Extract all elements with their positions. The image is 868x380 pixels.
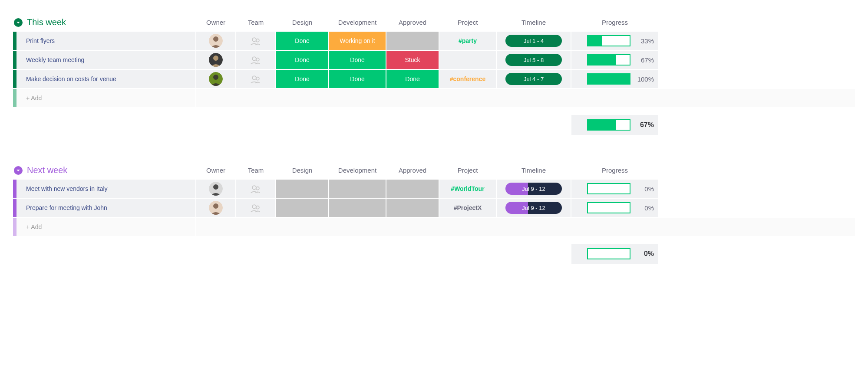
status-approved-done[interactable]: Done [386,70,439,88]
add-item-button[interactable]: + Add [13,89,195,107]
owner-cell[interactable] [196,32,235,50]
team-cell[interactable] [236,51,275,69]
owner-cell[interactable] [196,70,235,88]
task-cell[interactable]: Print flyers [13,32,195,50]
col-development[interactable]: Development [329,19,386,26]
svg-point-1 [213,36,218,42]
timeline-cell[interactable]: Jul 9 - 12 [497,199,571,217]
task-name[interactable]: Weekly team meeting [26,56,84,63]
group-summary-row: 67% [13,115,855,135]
project-tag[interactable]: #party [459,37,477,44]
timeline-pill[interactable]: Jul 1 - 4 [505,35,562,47]
timeline-pill[interactable]: Jul 9 - 12 [505,183,562,195]
project-cell[interactable]: #ProjectX [439,199,496,217]
task-name[interactable]: Print flyers [26,37,55,44]
project-cell[interactable]: #party [439,32,496,50]
project-cell[interactable]: #WorldTour [439,180,496,198]
timeline-pill[interactable]: Jul 5 - 8 [505,54,562,66]
timeline-cell[interactable]: Jul 4 - 7 [497,70,571,88]
team-cell[interactable] [236,32,275,50]
team-placeholder-icon[interactable] [249,72,262,85]
owner-cell[interactable] [196,51,235,69]
timeline-cell[interactable]: Jul 9 - 12 [497,180,571,198]
team-cell[interactable] [236,199,275,217]
progress-cell: 0% [571,199,658,217]
row-color-bar [13,199,17,217]
task-name[interactable]: Meet with new vendors in Italy [26,185,108,192]
status-development-done[interactable]: Done [329,51,386,69]
team-cell[interactable] [236,180,275,198]
status-approved-empty[interactable] [386,32,439,50]
col-team[interactable]: Team [236,167,275,174]
col-timeline[interactable]: Timeline [497,167,571,174]
col-progress[interactable]: Progress [571,19,658,26]
status-design-done[interactable]: Done [276,70,328,88]
progress-value: 0% [636,204,654,212]
task-cell[interactable]: Prepare for meeting with John [13,199,195,217]
project-tag[interactable]: #ProjectX [454,204,482,211]
status-design-empty[interactable] [276,180,328,198]
team-cell[interactable] [236,70,275,88]
status-approved-stuck[interactable]: Stuck [386,51,439,69]
col-approved[interactable]: Approved [386,19,439,26]
task-cell[interactable]: Weekly team meeting [13,51,195,69]
svg-point-18 [252,205,256,209]
status-design-empty[interactable] [276,199,328,217]
svg-point-2 [252,38,256,42]
project-tag[interactable]: #conference [450,75,485,82]
col-owner[interactable]: Owner [196,167,235,174]
status-development-working[interactable]: Working on it [329,32,386,50]
status-development-empty[interactable] [329,199,386,217]
project-cell[interactable]: #conference [439,70,496,88]
task-name[interactable]: Make decision on costs for venue [26,75,116,82]
timeline-pill[interactable]: Jul 9 - 12 [505,202,562,214]
col-team[interactable]: Team [236,19,275,26]
status-development-done[interactable]: Done [329,70,386,88]
project-cell[interactable] [439,51,496,69]
status-development-empty[interactable] [329,180,386,198]
add-item-button[interactable]: + Add [13,218,195,236]
svg-point-3 [256,39,259,42]
col-timeline[interactable]: Timeline [497,19,571,26]
team-placeholder-icon[interactable] [249,34,262,47]
group-title[interactable]: This week [27,17,66,27]
status-approved-empty[interactable] [386,180,439,198]
col-progress[interactable]: Progress [571,167,658,174]
row-color-bar [13,51,17,69]
status-approved-empty[interactable] [386,199,439,217]
col-design[interactable]: Design [276,167,328,174]
group-title[interactable]: Next week [27,165,67,175]
progress-bar [587,54,630,66]
team-placeholder-icon[interactable] [249,182,262,195]
timeline-pill[interactable]: Jul 4 - 7 [505,73,562,85]
avatar[interactable] [209,201,223,215]
svg-point-7 [256,58,259,61]
status-design-done[interactable]: Done [276,51,328,69]
task-cell[interactable]: Make decision on costs for venue [13,70,195,88]
timeline-cell[interactable]: Jul 1 - 4 [497,32,571,50]
task-cell[interactable]: Meet with new vendors in Italy [13,180,195,198]
col-design[interactable]: Design [276,19,328,26]
col-project[interactable]: Project [439,167,496,174]
avatar[interactable] [209,34,223,48]
avatar[interactable] [209,72,223,86]
project-tag[interactable]: #WorldTour [451,185,484,192]
avatar[interactable] [209,53,223,67]
timeline-cell[interactable]: Jul 5 - 8 [497,51,571,69]
collapse-icon[interactable] [14,18,23,27]
col-approved[interactable]: Approved [386,167,439,174]
group-next-week: Next week Owner Team Design Development … [13,165,855,264]
col-owner[interactable]: Owner [196,19,235,26]
col-project[interactable]: Project [439,19,496,26]
team-placeholder-icon[interactable] [249,201,262,214]
owner-cell[interactable] [196,199,235,217]
col-development[interactable]: Development [329,167,386,174]
avatar[interactable] [209,182,223,196]
owner-cell[interactable] [196,180,235,198]
collapse-icon[interactable] [14,166,23,175]
status-design-done[interactable]: Done [276,32,328,50]
team-placeholder-icon[interactable] [249,53,262,66]
table-row: Prepare for meeting with John #ProjectX … [13,199,855,217]
summary-progress: 67% [571,115,658,135]
task-name[interactable]: Prepare for meeting with John [26,204,107,211]
